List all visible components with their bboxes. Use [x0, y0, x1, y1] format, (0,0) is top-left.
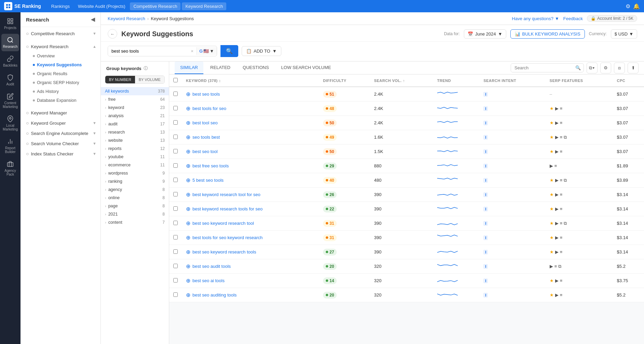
keyword-link[interactable]: best tool seo	[192, 120, 218, 125]
sidebar-icon-content[interactable]: Content Marketing	[1, 90, 19, 111]
add-keyword-icon[interactable]: ⊕	[186, 249, 190, 255]
group-item[interactable]: › website 13	[101, 136, 169, 145]
keyword-link[interactable]: best seo tools	[192, 92, 220, 97]
row-checkbox-cell[interactable]	[169, 188, 182, 202]
add-keyword-icon[interactable]: ⊕	[186, 91, 190, 97]
sidebar-item-organic-results[interactable]: Organic Results	[30, 69, 100, 78]
row-checkbox-cell[interactable]	[169, 274, 182, 288]
sidebar-icon-research[interactable]: Research	[1, 34, 19, 51]
app-logo[interactable]: SE Ranking	[4, 2, 41, 10]
sidebar-item-search-engine-autocomplete[interactable]: ○ Search Engine Autocomplete ▼	[21, 128, 100, 138]
select-all-checkbox[interactable]	[173, 78, 178, 82]
group-item[interactable]: › ranking 9	[101, 177, 169, 185]
row-checkbox[interactable]	[173, 163, 178, 168]
row-checkbox-cell[interactable]	[169, 173, 182, 188]
tab-low-search-volume[interactable]: LOW SEARCH VOLUME	[276, 61, 337, 74]
search-clear-btn[interactable]: ×	[188, 47, 196, 55]
row-checkbox-cell[interactable]	[169, 288, 182, 302]
add-keyword-icon[interactable]: ⊕	[186, 206, 190, 212]
row-checkbox-cell[interactable]	[169, 101, 182, 116]
add-keyword-icon[interactable]: ⊕	[186, 277, 190, 284]
row-checkbox[interactable]	[173, 264, 178, 268]
group-item[interactable]: › content 7	[101, 218, 169, 226]
search-go-btn[interactable]: 🔍	[220, 45, 238, 57]
group-item[interactable]: › analysis 21	[101, 112, 169, 120]
keyword-link[interactable]: best seo keyword research tool	[192, 221, 254, 226]
nav-keyword-research[interactable]: Keyword Research	[182, 2, 226, 10]
th-cpc[interactable]: CPC	[613, 74, 644, 87]
add-keyword-icon[interactable]: ⊕	[186, 163, 190, 169]
tab-similar[interactable]: SIMILAR	[175, 61, 203, 74]
row-checkbox[interactable]	[173, 206, 178, 211]
nav-competitive-research[interactable]: Competitive Research	[130, 2, 180, 10]
row-checkbox-cell[interactable]	[169, 216, 182, 231]
export-btn[interactable]: ⬆	[628, 63, 639, 73]
tab-search-input[interactable]	[511, 64, 573, 72]
row-checkbox-cell[interactable]	[169, 202, 182, 216]
sidebar-icon-audit[interactable]: Audit	[1, 71, 19, 89]
group-item[interactable]: › ecommerce 11	[101, 161, 169, 169]
sidebar-item-keyword-research[interactable]: ○ Keyword Research ▲	[21, 41, 100, 52]
sidebar-icon-agency[interactable]: Agency Pack	[1, 158, 19, 179]
row-checkbox[interactable]	[173, 106, 178, 110]
sidebar-item-keyword-grouper[interactable]: ○ Keyword Grouper ▼	[21, 118, 100, 128]
sidebar-item-ads-history[interactable]: Ads History	[30, 87, 100, 96]
row-checkbox[interactable]	[173, 149, 178, 153]
group-item[interactable]: › youtube 11	[101, 153, 169, 161]
back-button[interactable]: ←	[108, 29, 117, 39]
row-checkbox[interactable]	[173, 249, 178, 254]
keyword-link[interactable]: best free seo tools	[192, 163, 229, 168]
copy-btn[interactable]: ⧉ ▼	[587, 63, 598, 73]
group-all-keywords[interactable]: All keywords 378	[101, 87, 169, 95]
row-checkbox[interactable]	[173, 278, 178, 283]
info-icon[interactable]: ⓘ	[144, 66, 148, 71]
th-difficulty[interactable]: DIFFICULTY	[319, 74, 370, 87]
currency-btn[interactable]: $ USD ▼	[611, 29, 637, 39]
tab-questions[interactable]: QUESTIONS	[237, 61, 274, 74]
keyword-link[interactable]: best seo tool	[192, 149, 218, 154]
add-keyword-icon[interactable]: ⊕	[186, 234, 190, 241]
sidebar-icon-projects[interactable]: Projects	[1, 15, 19, 32]
add-keyword-icon[interactable]: ⊕	[186, 191, 190, 198]
group-item[interactable]: › 2021 8	[101, 210, 169, 218]
row-checkbox[interactable]	[173, 135, 178, 139]
row-checkbox[interactable]	[173, 120, 178, 125]
sidebar-item-competitive-research[interactable]: ○ Competitive Research ▼	[21, 28, 100, 39]
row-checkbox-cell[interactable]	[169, 159, 182, 173]
sidebar-item-organic-serp[interactable]: Organic SERP History	[30, 78, 100, 87]
row-checkbox-cell[interactable]	[169, 231, 182, 245]
row-checkbox[interactable]	[173, 292, 178, 297]
add-keyword-icon[interactable]: ⊕	[186, 148, 190, 155]
row-checkbox[interactable]	[173, 192, 178, 196]
row-checkbox-cell[interactable]	[169, 116, 182, 130]
th-trend[interactable]: TREND	[433, 74, 480, 87]
keyword-link[interactable]: best tools for seo	[192, 106, 226, 111]
nav-rankings[interactable]: Rankings	[48, 2, 73, 10]
row-checkbox-cell[interactable]	[169, 87, 182, 101]
row-checkbox-cell[interactable]	[169, 145, 182, 159]
have-questions-btn[interactable]: Have any questions? ▼	[512, 16, 559, 21]
bulk-analysis-btn[interactable]: 📊 BULK KEYWORD ANALYSIS	[510, 29, 585, 39]
by-number-btn[interactable]: BY NUMBER	[105, 76, 135, 83]
add-keyword-icon[interactable]: ⊕	[186, 263, 190, 270]
row-checkbox[interactable]	[173, 235, 178, 239]
sidebar-item-index-status-checker[interactable]: ○ Index Status Checker ▼	[21, 149, 100, 159]
date-picker-btn[interactable]: 📅 June 2024 ▼	[464, 29, 506, 39]
sidebar-item-overview[interactable]: Overview	[30, 52, 100, 60]
group-item[interactable]: › free 64	[101, 95, 169, 104]
group-item[interactable]: › keyword 23	[101, 104, 169, 112]
bell-icon[interactable]: 🔔	[633, 3, 640, 10]
th-keyword[interactable]: KEYWORD (378) ↕	[182, 74, 319, 87]
add-to-btn[interactable]: 📋 ADD TO ▼	[242, 46, 281, 56]
row-checkbox[interactable]	[173, 221, 178, 225]
group-item[interactable]: › research 13	[101, 128, 169, 136]
add-keyword-icon[interactable]: ⊕	[186, 134, 190, 140]
keyword-link[interactable]: best seo auditing tools	[192, 292, 237, 298]
keyword-link[interactable]: best seo audit tools	[192, 264, 231, 269]
group-item[interactable]: › page 8	[101, 202, 169, 210]
row-checkbox[interactable]	[173, 178, 178, 182]
by-volume-btn[interactable]: BY VOLUME	[135, 76, 165, 83]
sidebar-icon-backlinks[interactable]: Backlinks	[1, 53, 19, 70]
row-checkbox-cell[interactable]	[169, 130, 182, 145]
group-item[interactable]: › reports 12	[101, 145, 169, 153]
